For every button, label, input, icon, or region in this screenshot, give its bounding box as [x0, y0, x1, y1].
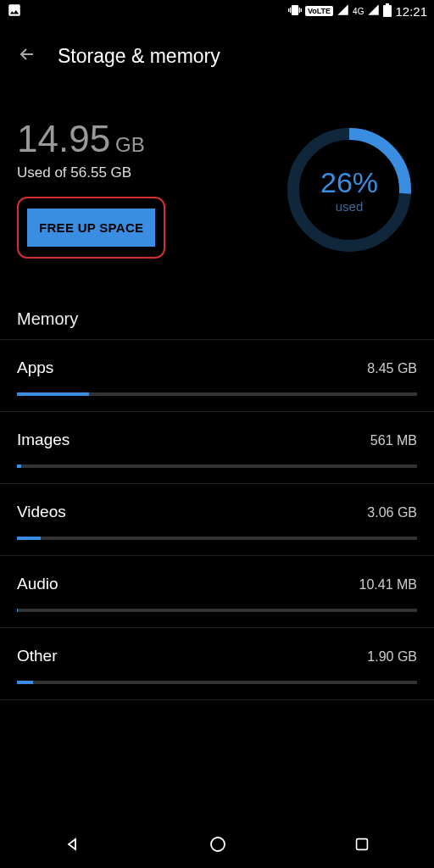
- category-value: 3.06 GB: [367, 505, 417, 520]
- storage-ring-chart: 26% used: [281, 122, 417, 258]
- category-value: 1.90 GB: [367, 649, 417, 665]
- section-memory[interactable]: Memory: [0, 275, 434, 339]
- used-subtext: Used of 56.55 GB: [17, 164, 281, 181]
- category-row[interactable]: Videos3.06 GB: [0, 484, 434, 555]
- app-bar: Storage & memory: [0, 31, 434, 81]
- category-value: 10.41 MB: [359, 577, 417, 593]
- category-bar: [17, 609, 417, 612]
- storage-summary: 14.95GB Used of 56.55 GB FREE UP SPACE 2…: [0, 81, 434, 275]
- signal-icon: [337, 3, 349, 19]
- free-up-highlight: FREE UP SPACE: [17, 197, 165, 259]
- page-title: Storage & memory: [58, 45, 220, 68]
- category-row[interactable]: Images561 MB: [0, 412, 434, 483]
- category-bar: [17, 465, 417, 468]
- category-bar: [17, 392, 417, 396]
- category-row[interactable]: Other1.90 GB: [0, 628, 434, 699]
- used-unit: GB: [115, 133, 145, 156]
- volte-badge: VoLTE: [305, 6, 333, 16]
- svg-point-4: [211, 837, 225, 851]
- used-amount: 14.95: [17, 118, 110, 159]
- nav-home-icon[interactable]: [208, 834, 228, 858]
- svg-rect-0: [383, 5, 392, 17]
- category-row[interactable]: Audio10.41 MB: [0, 556, 434, 627]
- signal-icon-2: [367, 3, 380, 19]
- status-bar: VoLTE 4G 12:21: [0, 0, 434, 22]
- svg-rect-1: [386, 3, 389, 5]
- category-bar: [17, 537, 417, 540]
- divider: [0, 699, 434, 700]
- category-bar: [17, 681, 417, 684]
- category-value: 8.45 GB: [367, 361, 417, 376]
- category-label: Images: [17, 431, 70, 449]
- vibrate-icon: [288, 3, 302, 19]
- category-label: Videos: [17, 503, 66, 521]
- category-value: 561 MB: [370, 433, 417, 448]
- back-icon[interactable]: [17, 44, 37, 68]
- nav-back-icon[interactable]: [63, 834, 83, 858]
- nav-bar: [0, 824, 434, 868]
- battery-icon: [383, 3, 392, 19]
- category-label: Other: [17, 647, 58, 665]
- svg-rect-5: [357, 839, 368, 850]
- clock: 12:21: [395, 4, 427, 19]
- category-label: Apps: [17, 359, 53, 377]
- network-type: 4G: [353, 7, 364, 16]
- free-up-space-button[interactable]: FREE UP SPACE: [27, 209, 155, 247]
- nav-recent-icon[interactable]: [353, 835, 371, 857]
- photo-icon: [7, 3, 22, 20]
- category-label: Audio: [17, 575, 58, 593]
- category-row[interactable]: Apps8.45 GB: [0, 340, 434, 411]
